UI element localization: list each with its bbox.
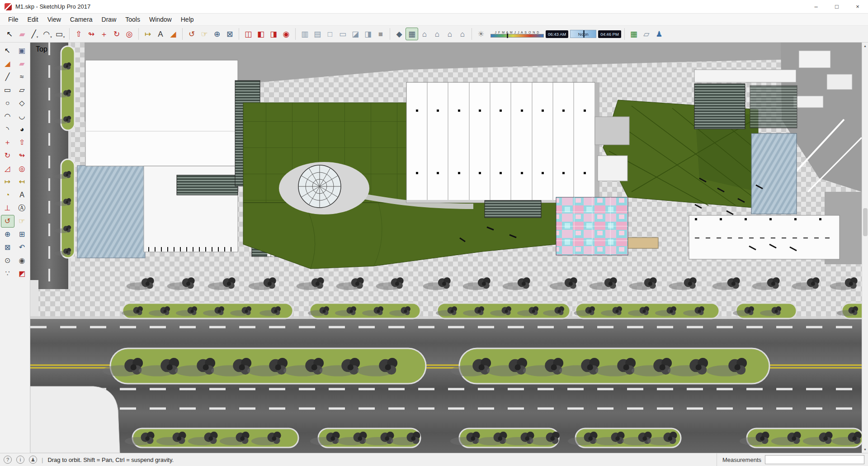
style-shaded[interactable]: ◪ bbox=[349, 28, 362, 40]
orbit-tool[interactable]: ↺ bbox=[185, 28, 198, 40]
section-plane-tool[interactable]: ◩ bbox=[15, 267, 29, 280]
eraser-tool[interactable]: ▰ bbox=[16, 28, 28, 40]
maximize-button[interactable]: □ bbox=[826, 0, 847, 14]
line-tool[interactable]: ╱ bbox=[1, 71, 14, 83]
pan-tool[interactable]: ☞ bbox=[198, 28, 211, 40]
rotate-tool[interactable]: ↻ bbox=[110, 28, 123, 40]
menu-view[interactable]: View bbox=[43, 14, 66, 25]
shadow-time-slider[interactable]: Noon bbox=[570, 30, 596, 38]
menu-file[interactable]: File bbox=[4, 14, 23, 25]
scrollbar-thumb[interactable] bbox=[863, 208, 868, 236]
look-around-tool[interactable]: ◉ bbox=[15, 254, 29, 267]
rotated-rectangle-tool[interactable]: ▱ bbox=[15, 84, 29, 96]
shadows-toggle[interactable]: ☀ bbox=[475, 28, 487, 40]
move-tool[interactable]: ＋ bbox=[98, 28, 110, 40]
3d-text-tool[interactable]: Ⓐ bbox=[15, 202, 29, 214]
line-tool[interactable]: ╱▾ bbox=[28, 28, 41, 40]
tags-icon[interactable]: ▱ bbox=[640, 28, 653, 40]
tape-measure-tool[interactable]: ↦ bbox=[142, 28, 154, 40]
view-top[interactable]: ▦ bbox=[406, 28, 418, 40]
paint-bucket-tool[interactable]: ◢ bbox=[167, 28, 179, 40]
scale-tool[interactable]: ◿ bbox=[1, 162, 14, 175]
move-tool[interactable]: ＋ bbox=[1, 136, 14, 149]
protractor-tool[interactable]: ◔ bbox=[1, 189, 14, 201]
view-back[interactable]: ⌂ bbox=[443, 28, 456, 40]
walk-tool[interactable]: ∵ bbox=[1, 267, 14, 280]
rotate-tool[interactable]: ↻ bbox=[1, 149, 14, 162]
shadow-time-thumb[interactable] bbox=[583, 30, 585, 38]
select-tool[interactable]: ↖ bbox=[3, 28, 16, 40]
tape-measure-tool[interactable]: ↦ bbox=[1, 176, 14, 188]
eraser-tool[interactable]: ▰ bbox=[15, 57, 29, 70]
pie-tool[interactable]: ◕ bbox=[15, 123, 29, 136]
arc-tool[interactable]: ◠ bbox=[1, 110, 14, 123]
arc-tool[interactable]: ◠▾ bbox=[41, 28, 54, 40]
menu-camera[interactable]: Camera bbox=[66, 14, 97, 25]
view-iso[interactable]: ◆ bbox=[393, 28, 406, 40]
scroll-up-arrow[interactable]: ▲ bbox=[862, 43, 868, 49]
push-pull-tool[interactable]: ⇧ bbox=[72, 28, 85, 40]
follow-me-tool[interactable]: ↬ bbox=[15, 149, 29, 162]
orbit-tool[interactable]: ↺ bbox=[1, 215, 14, 228]
position-camera-tool[interactable]: ⊙ bbox=[1, 254, 14, 267]
text-tool[interactable]: A bbox=[154, 28, 167, 40]
two-point-arc-tool[interactable]: ◡ bbox=[15, 110, 29, 123]
pan-tool[interactable]: ☞ bbox=[15, 215, 29, 228]
previous-view-tool[interactable]: ↶ bbox=[15, 241, 29, 254]
menu-window[interactable]: Window bbox=[145, 14, 176, 25]
select-tool[interactable]: ↖ bbox=[1, 44, 14, 57]
make-component-tool[interactable]: ▣ bbox=[15, 44, 29, 57]
account-icon[interactable]: ♟ bbox=[29, 456, 37, 464]
three-point-arc-tool[interactable]: ◝ bbox=[1, 123, 14, 136]
freehand-tool[interactable]: ≈ bbox=[15, 71, 29, 83]
toolbar-group-edit: ⇧↬＋↻◎ bbox=[71, 28, 137, 40]
text-tool[interactable]: A bbox=[15, 189, 29, 201]
shapes-tool[interactable]: ▭▾ bbox=[54, 28, 66, 40]
zoom-extents-tool[interactable]: ⊠ bbox=[223, 28, 236, 40]
zoom-window-tool[interactable]: ⊞ bbox=[15, 228, 29, 241]
menu-help[interactable]: Help bbox=[176, 14, 198, 25]
view-right[interactable]: ⌂ bbox=[431, 28, 443, 40]
warehouse-icon[interactable]: ▦ bbox=[627, 28, 640, 40]
offset-tool[interactable]: ◎ bbox=[15, 162, 29, 175]
zoom-tool[interactable]: ⊕ bbox=[1, 228, 14, 241]
help-icon[interactable]: ? bbox=[4, 456, 12, 464]
dimension-tool[interactable]: ↤ bbox=[15, 176, 29, 188]
viewport[interactable]: Top bbox=[30, 43, 862, 453]
view-left[interactable]: ⌂ bbox=[456, 28, 469, 40]
style-monochrome[interactable]: ■ bbox=[374, 28, 387, 40]
style-xray[interactable]: ▥ bbox=[298, 28, 311, 40]
display-section-planes-tool[interactable]: ◧ bbox=[255, 28, 267, 40]
push-pull-tool[interactable]: ⇧ bbox=[15, 136, 29, 149]
view-front[interactable]: ⌂ bbox=[418, 28, 431, 40]
style-hidden-line[interactable]: ▭ bbox=[336, 28, 349, 40]
axes-tool[interactable]: ⊥ bbox=[1, 202, 14, 214]
shadow-date-thumb[interactable] bbox=[507, 33, 508, 38]
polygon-tool[interactable]: ◇ bbox=[15, 97, 29, 109]
zoom-tool[interactable]: ⊕ bbox=[211, 28, 223, 40]
scroll-down-arrow[interactable]: ▼ bbox=[862, 446, 868, 453]
measurements-input[interactable] bbox=[765, 455, 864, 464]
close-button[interactable]: × bbox=[847, 0, 868, 14]
geolocation-icon[interactable]: i bbox=[16, 456, 24, 464]
offset-tool[interactable]: ◎ bbox=[123, 28, 136, 40]
rectangle-tool[interactable]: ▭ bbox=[1, 84, 14, 96]
zoom-extents-tool[interactable]: ⊠ bbox=[1, 241, 14, 254]
paint-bucket-tool[interactable]: ◢ bbox=[1, 57, 14, 70]
menu-draw[interactable]: Draw bbox=[97, 14, 121, 25]
shadow-date-slider[interactable]: J F M A M J J A S O N D bbox=[491, 31, 544, 38]
circle-tool[interactable]: ○ bbox=[1, 97, 14, 109]
vertical-scrollbar[interactable]: ▲ ▼ bbox=[862, 43, 868, 453]
minimize-button[interactable]: – bbox=[806, 0, 826, 14]
style-back-edges[interactable]: ▤ bbox=[311, 28, 324, 40]
menu-edit[interactable]: Edit bbox=[23, 14, 43, 25]
menu-tools[interactable]: Tools bbox=[121, 14, 145, 25]
sign-in-icon[interactable]: ♟ bbox=[653, 28, 665, 40]
section-fill-tool[interactable]: ◉ bbox=[280, 28, 292, 40]
display-section-cuts-tool[interactable]: ◨ bbox=[267, 28, 280, 40]
style-shaded-textures[interactable]: ◨ bbox=[362, 28, 374, 40]
section-plane-tool[interactable]: ◫ bbox=[242, 28, 255, 40]
scrollbar-track[interactable] bbox=[862, 49, 868, 446]
style-wireframe[interactable]: □ bbox=[324, 28, 336, 40]
follow-me-tool[interactable]: ↬ bbox=[85, 28, 98, 40]
